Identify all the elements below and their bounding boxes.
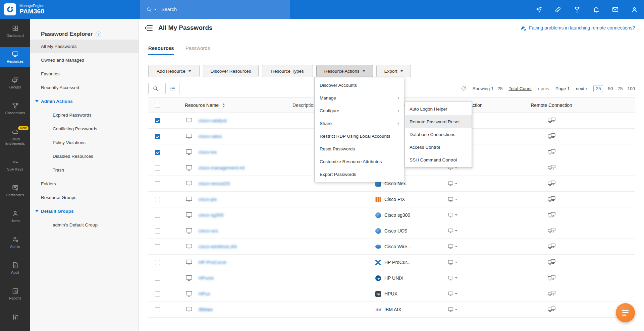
- row-checkbox[interactable]: [155, 134, 160, 139]
- resource-name-link[interactable]: IBMaix: [199, 307, 213, 312]
- sidebar-item-groups[interactable]: Groups: [0, 73, 30, 92]
- menu-item[interactable]: Reset Passwords: [315, 142, 404, 155]
- sidebar-item-audit[interactable]: Audit: [0, 258, 30, 278]
- discover-resources-button[interactable]: Discover Resources: [203, 65, 259, 77]
- tab-passwords[interactable]: Passwords: [185, 45, 210, 55]
- mail-icon[interactable]: [612, 6, 619, 13]
- explorer-item[interactable]: Disabled Resources: [30, 149, 139, 163]
- next-page-button[interactable]: next›: [576, 86, 588, 91]
- explorer-item[interactable]: Expired Passwords: [30, 108, 139, 122]
- password-action-dropdown[interactable]: [448, 244, 458, 249]
- user-icon[interactable]: [631, 6, 638, 13]
- resource-name-link[interactable]: cisco-nexusOS: [199, 181, 230, 186]
- resource-name-link[interactable]: cisco-pix: [199, 197, 217, 202]
- explorer-item[interactable]: Conflicting Passwords: [30, 122, 139, 136]
- page-size-option[interactable]: 50: [608, 86, 613, 91]
- remote-connection-icon[interactable]: [547, 306, 556, 313]
- expanded-triangle-icon[interactable]: [35, 100, 39, 102]
- sidebar-item-resources[interactable]: Resources: [0, 47, 30, 67]
- page-size-option[interactable]: 25: [593, 85, 603, 92]
- refresh-icon[interactable]: [461, 86, 466, 91]
- add-resource-button[interactable]: Add Resource: [148, 65, 200, 77]
- submenu-item[interactable]: Auto Logon Helper: [405, 103, 472, 115]
- resource-name-link[interactable]: cisco-wirelessLAN: [199, 244, 237, 249]
- explorer-item[interactable]: Owned and Managed: [30, 53, 139, 67]
- sort-icon[interactable]: [221, 103, 226, 108]
- explorer-item[interactable]: Admin Actions: [30, 94, 139, 108]
- resource-name-link[interactable]: cisco-catos: [199, 134, 222, 139]
- remote-connection-icon[interactable]: [547, 212, 556, 219]
- menu-item[interactable]: Customize Resource Attributes: [315, 155, 404, 168]
- menu-item[interactable]: Restrict RDP Using Local Accounts: [315, 130, 404, 142]
- sidebar-item-admin[interactable]: Admin: [0, 233, 30, 252]
- resource-name-link[interactable]: cisco-sg300: [199, 212, 224, 218]
- password-action-dropdown[interactable]: [448, 260, 458, 265]
- global-search-input[interactable]: Search: [140, 0, 290, 19]
- sidebar-item-extensions[interactable]: [0, 310, 30, 324]
- row-checkbox[interactable]: [155, 260, 160, 265]
- column-chooser-button[interactable]: [165, 83, 179, 94]
- row-checkbox[interactable]: [155, 276, 160, 281]
- menu-item[interactable]: Export Passwords: [315, 168, 404, 181]
- remote-connection-icon[interactable]: [547, 196, 556, 203]
- row-checkbox[interactable]: [155, 150, 160, 155]
- remote-connection-icon[interactable]: [547, 149, 556, 156]
- total-count-link[interactable]: Total Count: [508, 86, 531, 91]
- resource-name-link[interactable]: cisco-catalyst: [199, 118, 227, 123]
- resource-name-header[interactable]: Resource Name: [176, 103, 288, 108]
- link-icon[interactable]: [554, 6, 561, 13]
- submenu-item[interactable]: Access Control: [405, 141, 472, 153]
- prev-page-button[interactable]: ‹prev: [538, 86, 549, 91]
- resource-name-link[interactable]: HP-ProCurve: [199, 260, 226, 265]
- remote-connection-icon[interactable]: [547, 133, 556, 140]
- remote-connection-icon[interactable]: [547, 117, 556, 124]
- remote-connection-icon[interactable]: [547, 227, 556, 235]
- row-checkbox[interactable]: [155, 197, 160, 202]
- resource-types-button[interactable]: Resource Types: [262, 65, 313, 77]
- expanded-triangle-icon[interactable]: [35, 210, 39, 212]
- resource-name-link[interactable]: HPux: [199, 291, 210, 296]
- remote-connection-icon[interactable]: [547, 164, 556, 172]
- submenu-item[interactable]: Remote Password Reset: [405, 115, 472, 128]
- remote-connection-help-link[interactable]: Facing problems in launching remote conn…: [520, 25, 644, 31]
- row-checkbox[interactable]: [155, 166, 160, 171]
- explorer-item[interactable]: Resource Groups: [30, 191, 139, 204]
- page-size-option[interactable]: 100: [627, 86, 635, 91]
- row-checkbox[interactable]: [155, 228, 160, 234]
- resource-name-link[interactable]: cisco-management-int: [199, 165, 245, 171]
- collapse-sidebar-icon[interactable]: [144, 23, 153, 32]
- menu-item[interactable]: Manage ›: [315, 91, 404, 104]
- resource-name-link[interactable]: cisco-ucs: [199, 228, 218, 234]
- explorer-item[interactable]: Recently Accessed: [30, 81, 139, 94]
- remote-connection-icon[interactable]: [547, 243, 556, 250]
- resource-name-link[interactable]: HPunix: [199, 275, 214, 281]
- table-search-button[interactable]: [148, 83, 162, 94]
- explorer-item[interactable]: Trash: [30, 163, 139, 177]
- menu-item[interactable]: Configure ›: [315, 104, 404, 117]
- explorer-item[interactable]: Policy Violations: [30, 136, 139, 149]
- sidebar-item-cloud-entitlements[interactable]: New Cloud Entitlements: [0, 125, 30, 149]
- bell-icon[interactable]: [593, 6, 600, 13]
- row-checkbox[interactable]: [155, 307, 160, 312]
- row-checkbox[interactable]: [155, 291, 160, 296]
- remote-connection-icon[interactable]: [547, 275, 556, 282]
- tab-resources[interactable]: Resources: [148, 45, 174, 55]
- explorer-item[interactable]: Folders: [30, 177, 139, 191]
- menu-item[interactable]: Share ›: [315, 117, 404, 130]
- menu-item[interactable]: Discover Accounts: [315, 79, 404, 91]
- search-scope-caret-icon[interactable]: [154, 9, 157, 10]
- password-action-dropdown[interactable]: [448, 181, 458, 186]
- password-action-dropdown[interactable]: [448, 228, 458, 234]
- sidebar-item-reports[interactable]: Reports: [0, 284, 30, 304]
- sidebar-item-certificates[interactable]: Certificates: [0, 181, 30, 200]
- sidebar-item-dashboard[interactable]: Dashboard: [0, 21, 30, 41]
- remote-connection-icon[interactable]: [547, 180, 556, 187]
- export-button[interactable]: Export: [376, 65, 411, 77]
- resource-name-link[interactable]: cisco-ios: [199, 149, 217, 155]
- password-action-dropdown[interactable]: [448, 212, 458, 218]
- explorer-item[interactable]: Favorites: [30, 67, 139, 81]
- help-icon[interactable]: ?: [96, 31, 101, 37]
- sidebar-item-ssh-keys[interactable]: SSH Keys: [0, 155, 30, 175]
- select-all-checkbox[interactable]: [155, 103, 160, 108]
- password-action-dropdown[interactable]: [448, 307, 458, 312]
